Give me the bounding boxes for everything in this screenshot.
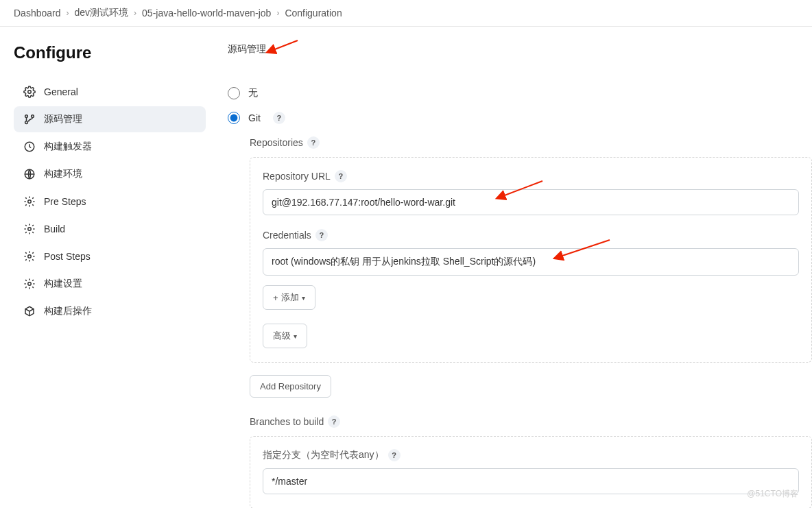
gear-icon: [23, 86, 36, 98]
main-content: 源码管理 无 Git ? Repositories ? R: [219, 27, 812, 508]
help-icon[interactable]: ?: [388, 449, 401, 461]
sidebar: Configure General 源码管理 构建触发器 构建环境 Pre St…: [0, 27, 219, 508]
gear-icon: [23, 250, 36, 263]
scm-git-label[interactable]: Git: [248, 112, 261, 123]
nav-label: Pre Steps: [44, 196, 86, 207]
nav-label: Post Steps: [44, 251, 91, 262]
breadcrumb: Dashboard › dev测试环境 › 05-java-hello-worl…: [0, 0, 812, 27]
scm-none-radio[interactable]: [228, 87, 240, 99]
config-nav: General 源码管理 构建触发器 构建环境 Pre Steps Build: [14, 79, 206, 324]
nav-label: 构建后操作: [44, 305, 92, 317]
nav-post-steps[interactable]: Post Steps: [14, 243, 206, 269]
help-icon[interactable]: ?: [273, 112, 285, 124]
nav-triggers[interactable]: 构建触发器: [14, 134, 206, 160]
nav-build[interactable]: Build: [14, 216, 206, 242]
nav-label: General: [44, 86, 78, 97]
repo-url-input[interactable]: [263, 189, 799, 215]
chevron-right-icon: ›: [276, 8, 279, 18]
nav-env[interactable]: 构建环境: [14, 161, 206, 187]
add-repository-button[interactable]: Add Repository: [250, 375, 331, 398]
nav-general[interactable]: General: [14, 79, 206, 105]
credentials-select[interactable]: root (windows的私钥 用于从jenkins拉取 Shell_Scri…: [263, 248, 799, 276]
page-title: Configure: [14, 43, 206, 62]
svg-point-6: [28, 200, 32, 204]
svg-line-10: [273, 40, 298, 50]
chevron-down-icon: ▾: [294, 332, 297, 340]
help-icon[interactable]: ?: [307, 136, 320, 149]
help-icon[interactable]: ?: [315, 229, 328, 241]
globe-icon: [23, 168, 36, 180]
nav-label: 源码管理: [44, 113, 82, 125]
scm-none-label[interactable]: 无: [248, 87, 258, 99]
credentials-label: Credentials ?: [263, 229, 799, 241]
chevron-right-icon: ›: [67, 8, 69, 18]
watermark: @51CTO博客: [747, 488, 798, 500]
breadcrumb-env[interactable]: dev测试环境: [75, 7, 129, 19]
nav-build-settings[interactable]: 构建设置: [14, 271, 206, 297]
chevron-down-icon: ▾: [302, 294, 305, 302]
breadcrumb-dashboard[interactable]: Dashboard: [14, 8, 61, 19]
svg-point-7: [28, 228, 32, 231]
svg-point-8: [28, 255, 32, 258]
svg-point-9: [28, 282, 32, 286]
gear-icon: [23, 223, 36, 235]
gear-icon: [23, 278, 36, 290]
svg-point-0: [28, 90, 32, 94]
annotation-arrow: [270, 39, 300, 56]
help-icon[interactable]: ?: [335, 170, 347, 182]
chevron-right-icon: ›: [134, 8, 136, 18]
svg-point-2: [25, 121, 28, 124]
nav-label: 构建设置: [44, 278, 82, 290]
branches-box: 指定分支（为空时代表any） ?: [250, 436, 812, 508]
branch-icon: [23, 113, 36, 125]
branch-spec-input[interactable]: [263, 468, 799, 494]
branches-heading: Branches to build ?: [250, 415, 812, 428]
nav-scm[interactable]: 源码管理: [14, 106, 206, 132]
nav-label: 构建环境: [44, 168, 82, 180]
clock-icon: [23, 141, 36, 153]
nav-pre-steps[interactable]: Pre Steps: [14, 189, 206, 215]
plus-icon: +: [273, 293, 278, 303]
breadcrumb-configuration[interactable]: Configuration: [285, 8, 342, 19]
svg-point-3: [32, 115, 34, 118]
scm-git-radio[interactable]: [228, 112, 240, 124]
nav-post-build[interactable]: 构建后操作: [14, 298, 206, 324]
nav-label: Build: [44, 223, 65, 234]
repository-box: Repository URL ? Credentials ? root (win…: [250, 157, 812, 363]
breadcrumb-job[interactable]: 05-java-hello-world-maven-job: [142, 8, 271, 19]
add-credentials-button[interactable]: + 添加 ▾: [263, 285, 315, 310]
gear-icon: [23, 195, 36, 208]
package-icon: [23, 305, 36, 317]
svg-point-1: [25, 115, 28, 118]
help-icon[interactable]: ?: [328, 415, 340, 428]
scm-section-title: 源码管理: [228, 43, 266, 56]
branch-spec-label: 指定分支（为空时代表any） ?: [263, 449, 799, 461]
repositories-heading: Repositories ?: [250, 136, 812, 149]
advanced-button[interactable]: 高级 ▾: [263, 324, 307, 348]
nav-label: 构建触发器: [44, 141, 92, 153]
repo-url-label: Repository URL ?: [263, 170, 799, 182]
